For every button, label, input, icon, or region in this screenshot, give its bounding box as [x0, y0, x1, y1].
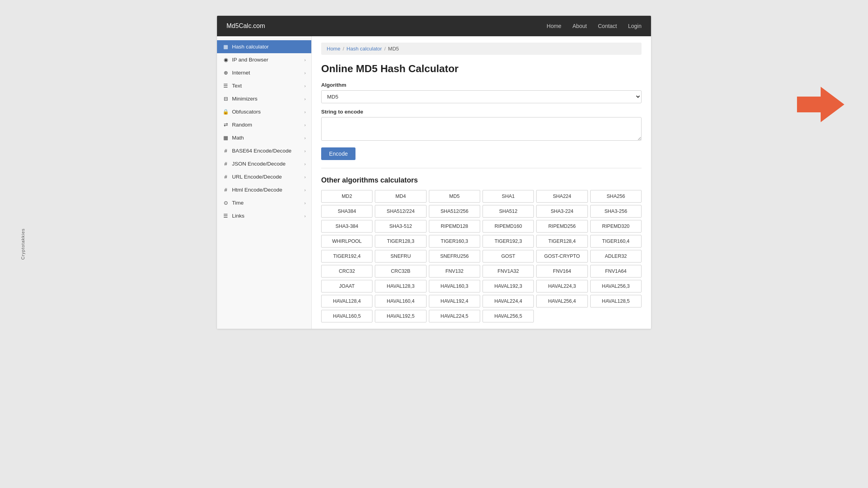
navbar: Md5Calc.com Home About Contact Login	[217, 16, 651, 36]
algo-btn-joaat[interactable]: JOAAT	[321, 280, 372, 292]
algo-btn-adler32[interactable]: ADLER32	[590, 250, 642, 263]
algo-btn-tiger192-3[interactable]: TIGER192,3	[483, 235, 534, 248]
algo-btn-haval160-4[interactable]: HAVAL160,4	[375, 295, 426, 307]
chevron-icon-links: ›	[304, 214, 306, 218]
sidebar-label-time: Time	[232, 200, 244, 206]
sidebar-item-minimizers[interactable]: ⊟ Minimizers ›	[217, 92, 311, 105]
nav-home[interactable]: Home	[547, 23, 561, 29]
algo-btn-haval256-5[interactable]: HAVAL256,5	[483, 310, 534, 322]
navbar-brand: Md5Calc.com	[226, 22, 265, 30]
breadcrumb-sep2: /	[384, 46, 386, 52]
sidebar-item-base64[interactable]: # BASE64 Encode/Decode ›	[217, 144, 311, 157]
algo-btn-sha224[interactable]: SHA224	[536, 190, 587, 203]
algo-btn-md5[interactable]: MD5	[429, 190, 480, 203]
breadcrumb-home[interactable]: Home	[327, 46, 340, 52]
algo-btn-sha3-384[interactable]: SHA3-384	[321, 220, 372, 233]
algo-btn-haval224-5[interactable]: HAVAL224,5	[429, 310, 480, 322]
hash-html-icon: #	[223, 187, 229, 193]
sidebar-item-links[interactable]: ☰ Links ›	[217, 209, 311, 222]
algo-btn-gost[interactable]: GOST	[483, 250, 534, 263]
algo-btn-sha256[interactable]: SHA256	[590, 190, 642, 203]
minimizer-icon: ⊟	[223, 96, 229, 102]
sidebar-item-html[interactable]: # Html Encode/Decode ›	[217, 183, 311, 196]
algo-btn-haval224-4[interactable]: HAVAL224,4	[483, 295, 534, 307]
sidebar-label-obfuscators: Obfuscators	[232, 109, 261, 115]
chevron-icon-time: ›	[304, 201, 306, 205]
nav-contact[interactable]: Contact	[598, 23, 617, 29]
algo-btn-haval256-4[interactable]: HAVAL256,4	[536, 295, 587, 307]
sidebar-item-time[interactable]: ⊙ Time ›	[217, 196, 311, 209]
algo-btn-haval128-5[interactable]: HAVAL128,5	[590, 295, 642, 307]
algo-btn-snefru[interactable]: SNEFRU	[375, 250, 426, 263]
sidebar-item-math[interactable]: ▦ Math ›	[217, 131, 311, 144]
clock-icon: ⊙	[223, 200, 229, 206]
algo-btn-haval192-4[interactable]: HAVAL192,4	[429, 295, 480, 307]
nav-login[interactable]: Login	[628, 23, 642, 29]
encode-button[interactable]: Encode	[321, 147, 355, 160]
algo-btn-ripemd256[interactable]: RIPEMD256	[536, 220, 587, 233]
algo-btn-fnv132[interactable]: FNV132	[429, 265, 480, 278]
algo-btn-whirlpool[interactable]: WHIRLPOOL	[321, 235, 372, 248]
algo-btn-fnv1a64[interactable]: FNV1A64	[590, 265, 642, 278]
sidebar-label-text: Text	[232, 83, 242, 89]
algo-grid: MD2MD4MD5SHA1SHA224SHA256SHA384SHA512/22…	[321, 190, 642, 322]
chevron-icon-obf: ›	[304, 110, 306, 114]
algo-btn-tiger128-3[interactable]: TIGER128,3	[375, 235, 426, 248]
algo-btn-crc32[interactable]: CRC32	[321, 265, 372, 278]
algo-btn-haval192-3[interactable]: HAVAL192,3	[483, 280, 534, 292]
algo-btn-crc32b[interactable]: CRC32B	[375, 265, 426, 278]
string-group: String to encode	[321, 109, 642, 142]
arrow-decoration	[797, 87, 844, 122]
algo-btn-fnv164[interactable]: FNV164	[536, 265, 587, 278]
algo-btn-haval256-3[interactable]: HAVAL256,3	[590, 280, 642, 292]
algo-btn-md4[interactable]: MD4	[375, 190, 426, 203]
svg-marker-0	[797, 87, 844, 122]
algo-btn-haval128-3[interactable]: HAVAL128,3	[375, 280, 426, 292]
algo-btn-snefru256[interactable]: SNEFRU256	[429, 250, 480, 263]
algorithm-select[interactable]: MD5MD2MD4SHA1SHA224SHA256SHA384SHA512SHA…	[321, 90, 642, 103]
algo-btn-sha512-224[interactable]: SHA512/224	[375, 205, 426, 218]
algo-btn-haval128-4[interactable]: HAVAL128,4	[321, 295, 372, 307]
sidebar-label-html: Html Encode/Decode	[232, 187, 282, 193]
algorithm-label: Algorithm	[321, 82, 642, 88]
algo-btn-gost-crypto[interactable]: GOST-CRYPTO	[536, 250, 587, 263]
algo-btn-sha512-256[interactable]: SHA512/256	[429, 205, 480, 218]
algo-btn-md2[interactable]: MD2	[321, 190, 372, 203]
sidebar-item-obfuscators[interactable]: 🔒 Obfuscators ›	[217, 105, 311, 118]
algo-btn-haval224-3[interactable]: HAVAL224,3	[536, 280, 587, 292]
algo-btn-tiger128-4[interactable]: TIGER128,4	[536, 235, 587, 248]
sidebar-item-json[interactable]: # JSON Encode/Decode ›	[217, 157, 311, 170]
sidebar-item-ip-and-browser[interactable]: ◉ IP and Browser ›	[217, 53, 311, 66]
main-content: Home / Hash calculator / MD5 Online MD5 …	[312, 36, 651, 329]
algo-btn-sha3-512[interactable]: SHA3-512	[375, 220, 426, 233]
sidebar-item-internet[interactable]: ⊕ Internet ›	[217, 66, 311, 79]
breadcrumb-hash-calc[interactable]: Hash calculator	[346, 46, 382, 52]
algo-btn-tiger160-3[interactable]: TIGER160,3	[429, 235, 480, 248]
algo-btn-ripemd160[interactable]: RIPEMD160	[483, 220, 534, 233]
algo-btn-sha3-224[interactable]: SHA3-224	[536, 205, 587, 218]
algo-btn-ripemd128[interactable]: RIPEMD128	[429, 220, 480, 233]
algo-btn-haval192-5[interactable]: HAVAL192,5	[375, 310, 426, 322]
algo-btn-ripemd320[interactable]: RIPEMD320	[590, 220, 642, 233]
algo-btn-sha3-256[interactable]: SHA3-256	[590, 205, 642, 218]
nav-about[interactable]: About	[572, 23, 587, 29]
sidebar-label-json: JSON Encode/Decode	[232, 161, 286, 167]
string-textarea[interactable]	[321, 117, 642, 141]
algo-btn-fnv1a32[interactable]: FNV1A32	[483, 265, 534, 278]
sidebar-item-random[interactable]: ⇄ Random ›	[217, 118, 311, 131]
algo-btn-haval160-3[interactable]: HAVAL160,3	[429, 280, 480, 292]
text-icon: ☰	[223, 83, 229, 89]
algo-btn-sha1[interactable]: SHA1	[483, 190, 534, 203]
lock-icon: 🔒	[223, 109, 229, 115]
algo-btn-tiger160-4[interactable]: TIGER160,4	[590, 235, 642, 248]
algo-btn-sha384[interactable]: SHA384	[321, 205, 372, 218]
sidebar-item-hash-calculator[interactable]: ▦ Hash calculator	[217, 40, 311, 53]
algo-btn-tiger192-4[interactable]: TIGER192,4	[321, 250, 372, 263]
chevron-icon: ›	[304, 58, 306, 62]
algo-btn-sha512[interactable]: SHA512	[483, 205, 534, 218]
math-icon: ▦	[223, 135, 229, 141]
breadcrumb-sep1: /	[343, 46, 344, 52]
algo-btn-haval160-5[interactable]: HAVAL160,5	[321, 310, 372, 322]
sidebar-item-text[interactable]: ☰ Text ›	[217, 79, 311, 92]
sidebar-item-url[interactable]: # URL Encode/Decode ›	[217, 170, 311, 183]
